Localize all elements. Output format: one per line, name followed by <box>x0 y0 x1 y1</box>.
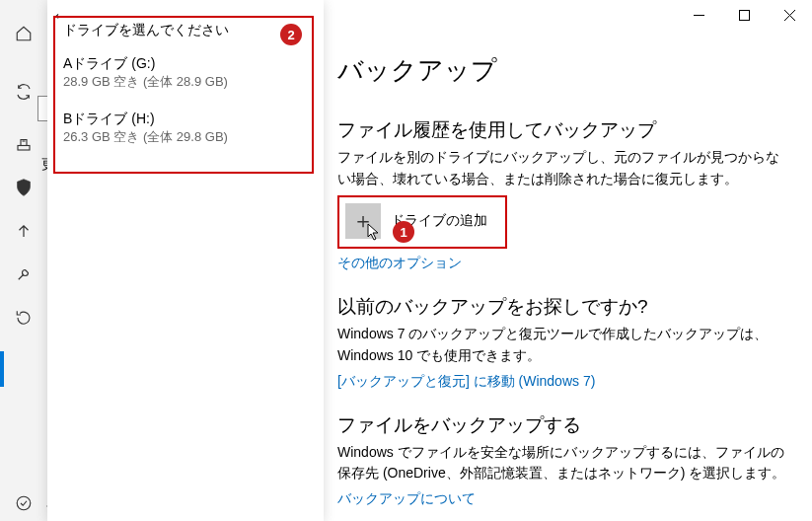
about-backup-link[interactable]: バックアップについて <box>337 490 476 508</box>
activation-icon[interactable] <box>0 485 47 521</box>
drive-picker-flyout: ← 2 ドライブを選んでください Aドライブ (G:) 28.9 GB 空き (… <box>47 0 324 521</box>
troubleshoot-icon[interactable] <box>0 253 47 296</box>
callout-box-2: 2 ドライブを選んでください Aドライブ (G:) 28.9 GB 空き (全体… <box>53 16 314 174</box>
page-title: バックアップ <box>337 53 792 88</box>
section-desc-previous: Windows 7 のバックアップと復元ツールで作成したバックアップは、Wind… <box>337 324 792 366</box>
drive-option[interactable]: Bドライブ (H:) 26.3 GB 空き (全体 29.8 GB) <box>63 105 304 146</box>
drive-option[interactable]: Aドライブ (G:) 28.9 GB 空き (全体 28.9 GB) <box>63 49 304 91</box>
main-content: バックアップ ファイル履歴を使用してバックアップ ファイルを別のドライブにバック… <box>324 0 812 521</box>
drive-name: Bドライブ (H:) <box>63 111 304 128</box>
callout-badge-1: 1 <box>393 221 414 243</box>
svg-rect-4 <box>18 146 30 151</box>
svg-point-5 <box>17 496 31 510</box>
nav-selected-indicator <box>0 351 4 387</box>
drive-freespace: 26.3 GB 空き (全体 29.8 GB) <box>63 128 304 146</box>
drive-picker-title: ドライブを選んでください <box>63 22 304 49</box>
minimize-button[interactable] <box>676 0 721 30</box>
sidebar: ← 設 更新 ライセンス認証 ← 2 ドライブを選んでください Aドライブ (G… <box>47 0 324 521</box>
home-icon[interactable] <box>0 12 47 55</box>
section-heading-previous: 以前のバックアップをお探しですか? <box>337 294 792 320</box>
shield-icon[interactable] <box>0 166 47 209</box>
callout-badge-2: 2 <box>280 24 302 45</box>
section-desc-filehistory: ファイルを別のドライブにバックアップし、元のファイルが見つからない場合、壊れてい… <box>337 147 792 189</box>
delivery-icon[interactable] <box>0 122 47 166</box>
section-heading-filehistory: ファイル履歴を使用してバックアップ <box>337 117 792 143</box>
maximize-button[interactable] <box>721 0 767 30</box>
close-button[interactable] <box>767 0 812 30</box>
backup-restore-win7-link[interactable]: [バックアップと復元] に移動 (Windows 7) <box>337 373 595 391</box>
cursor-icon <box>367 223 381 245</box>
drive-freespace: 28.9 GB 空き (全体 28.9 GB) <box>63 73 304 91</box>
backup-icon[interactable] <box>0 209 47 253</box>
add-drive-button[interactable]: ＋ <box>345 203 381 239</box>
recovery-icon[interactable] <box>0 296 47 339</box>
nav-rail <box>0 0 47 521</box>
drive-name: Aドライブ (G:) <box>63 55 304 73</box>
window-controls <box>676 0 812 30</box>
callout-box-1: ＋ ドライブの追加 1 <box>337 195 507 249</box>
section-heading-where: ファイルをバックアップする <box>337 412 792 438</box>
more-options-link[interactable]: その他のオプション <box>337 255 462 272</box>
svg-rect-1 <box>739 10 749 20</box>
section-desc-where: Windows でファイルを安全な場所にバックアップするには、ファイルの保存先 … <box>337 442 792 484</box>
